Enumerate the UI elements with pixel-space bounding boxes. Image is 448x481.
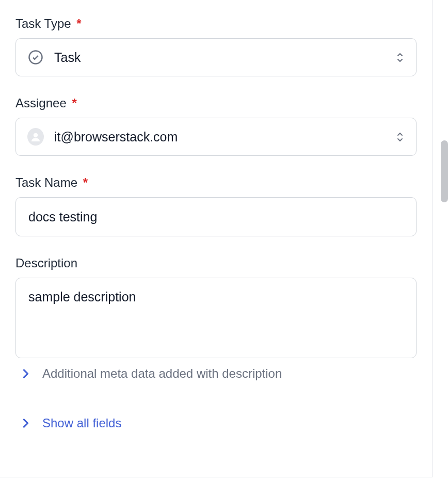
chevron-right-icon <box>20 417 32 429</box>
svg-point-1 <box>34 133 38 137</box>
task-name-input[interactable] <box>15 197 417 236</box>
task-name-field: Task Name * <box>15 175 417 236</box>
assignee-field: Assignee * it@browserstack.com <box>15 96 417 156</box>
description-label: Description <box>15 256 417 270</box>
required-asterisk: * <box>72 96 76 110</box>
form-panel: Task Type * Task Assignee * <box>0 0 433 477</box>
task-type-select[interactable]: Task <box>15 38 417 76</box>
description-field: Description Additional meta data added w… <box>15 256 417 381</box>
description-label-text: Description <box>15 256 77 270</box>
check-circle-icon <box>27 49 44 66</box>
additional-metadata-text: Additional meta data added with descript… <box>42 366 282 381</box>
task-name-label: Task Name * <box>15 175 417 190</box>
assignee-label: Assignee * <box>15 96 417 110</box>
task-type-label: Task Type * <box>15 17 417 31</box>
avatar-icon <box>27 129 44 145</box>
scrollbar-thumb[interactable] <box>441 140 448 202</box>
show-all-fields-toggle[interactable]: Show all fields <box>15 416 417 430</box>
task-name-label-text: Task Name <box>15 175 77 189</box>
assignee-label-text: Assignee <box>15 96 67 110</box>
chevron-right-icon <box>20 367 32 380</box>
task-type-value: Task <box>54 50 395 65</box>
required-asterisk: * <box>76 17 81 30</box>
required-asterisk: * <box>83 175 88 189</box>
assignee-select[interactable]: it@browserstack.com <box>15 118 417 156</box>
chevron-up-down-icon <box>395 53 405 62</box>
task-type-label-text: Task Type <box>15 17 71 30</box>
show-all-fields-text: Show all fields <box>42 416 121 430</box>
chevron-up-down-icon <box>395 133 405 141</box>
task-type-field: Task Type * Task <box>15 17 417 76</box>
description-input[interactable] <box>15 278 417 358</box>
additional-metadata-toggle[interactable]: Additional meta data added with descript… <box>15 366 417 381</box>
assignee-value: it@browserstack.com <box>54 130 395 145</box>
svg-point-0 <box>29 51 42 64</box>
